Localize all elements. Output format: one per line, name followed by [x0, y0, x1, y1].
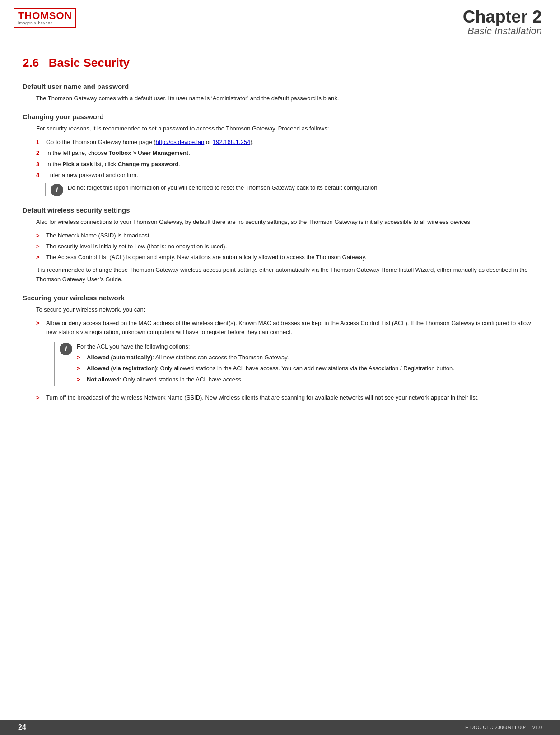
step-1-num: 1 — [36, 138, 46, 147]
acl-bold-3: Not allowed — [87, 376, 120, 383]
step-1-content: Go to the Thomson Gateway home page (htt… — [46, 138, 537, 147]
step-2-num: 2 — [36, 149, 46, 158]
default-wireless-intro: Also for wireless connections to your Th… — [36, 218, 537, 227]
acl-bullet-marker-1: > — [77, 353, 87, 362]
step-3-content: In the Pick a task list, click Change my… — [46, 160, 537, 169]
step-1: 1 Go to the Thomson Gateway home page (h… — [36, 138, 537, 147]
link-dsldevice[interactable]: http://dsldevice.lan — [156, 139, 205, 145]
section-heading: Basic Security — [49, 56, 130, 70]
changing-password-intro: For security reasons, it is recommended … — [36, 124, 537, 133]
chapter-area: Chapter 2 Basic Installation — [463, 8, 542, 37]
securing-bullet-1-text: Allow or deny access based on the MAC ad… — [46, 319, 537, 337]
default-user-body: The Thomson Gateway comes with a default… — [36, 94, 537, 103]
default-user-section: Default user name and password The Thoms… — [23, 83, 537, 103]
section-number: 2.6 — [23, 56, 39, 70]
step-3-num: 3 — [36, 160, 46, 169]
wireless-bullets: > The Network Name (SSID) is broadcast. … — [36, 231, 537, 262]
acl-info-intro: For the ACL you have the following optio… — [77, 343, 190, 350]
step-3: 3 In the Pick a task list, click Change … — [36, 160, 537, 169]
securing-bullet-2-text: Turn off the broadcast of the wireless N… — [46, 393, 537, 402]
acl-bullet-3-text: Not allowed: Only allowed stations in th… — [87, 375, 243, 384]
securing-bullet-1: > Allow or deny access based on the MAC … — [36, 319, 537, 391]
default-wireless-closing: It is recommended to change these Thomso… — [36, 265, 537, 284]
bullet-marker-1: > — [36, 231, 46, 240]
securing-bullet-2: > Turn off the broadcast of the wireless… — [36, 393, 537, 402]
securing-bullet-marker-1: > — [36, 319, 46, 328]
step-2-bold: Toolbox > User Management — [109, 149, 188, 156]
acl-bullet-2-text: Allowed (via registration): Only allowed… — [87, 364, 454, 373]
bullet-marker-3: > — [36, 253, 46, 262]
acl-bold-1: Allowed (automatically) — [87, 354, 152, 361]
securing-bullet-marker-2: > — [36, 393, 46, 402]
default-wireless-section: Default wireless security settings Also … — [23, 206, 537, 284]
footer-doc-ref: E-DOC-CTC-20060911-0041- v1.0 — [465, 725, 542, 730]
wireless-bullet-1: > The Network Name (SSID) is broadcast. — [36, 231, 537, 240]
step-4-content: Enter a new password and confirm. — [46, 171, 537, 180]
securing-wireless-heading: Securing your wireless network — [23, 294, 537, 302]
acl-bullet-1-text: Allowed (automatically): All new station… — [87, 353, 289, 362]
acl-bullet-marker-2: > — [77, 364, 87, 373]
acl-bold-2: Allowed (via registration) — [87, 365, 157, 372]
securing-wireless-intro: To secure your wireless network, you can… — [36, 305, 537, 314]
acl-bullet-3: > Not allowed: Only allowed stations in … — [77, 375, 454, 384]
link-ip[interactable]: 192.168.1.254 — [213, 139, 250, 145]
wireless-bullet-1-text: The Network Name (SSID) is broadcast. — [46, 231, 537, 240]
step-3-bold2: Change my password — [118, 161, 178, 167]
logo-name: THOMSON — [18, 11, 72, 21]
securing-wireless-section: Securing your wireless network To secure… — [23, 294, 537, 402]
changing-password-section: Changing your password For security reas… — [23, 113, 537, 196]
footer-page-number: 24 — [18, 723, 26, 731]
info-icon: i — [51, 184, 63, 196]
wireless-bullet-2: > The security level is initially set to… — [36, 242, 537, 251]
page-footer: 24 E-DOC-CTC-20060911-0041- v1.0 — [0, 720, 560, 735]
logo-area: THOMSON images & beyond — [14, 8, 76, 28]
bullet-marker-2: > — [36, 242, 46, 251]
steps-list: 1 Go to the Thomson Gateway home page (h… — [36, 138, 537, 180]
step-4: 4 Enter a new password and confirm. — [36, 171, 537, 180]
wireless-bullet-3: > The Access Control List (ACL) is open … — [36, 253, 537, 262]
step-3-bold1: Pick a task — [62, 161, 93, 167]
section-title: 2.6 Basic Security — [23, 56, 537, 70]
default-wireless-heading: Default wireless security settings — [23, 206, 537, 214]
acl-nested-bullets: > Allowed (automatically): All new stati… — [77, 353, 454, 384]
acl-info-icon: i — [60, 343, 72, 355]
main-content: 2.6 Basic Security Default user name and… — [0, 42, 560, 437]
password-info-box: i Do not forget this logon information o… — [45, 183, 537, 196]
chapter-subtitle: Basic Installation — [463, 25, 542, 37]
acl-info-content: For the ACL you have the following optio… — [77, 342, 454, 386]
chapter-label: Chapter 2 — [463, 7, 542, 26]
logo-tagline: images & beyond — [18, 21, 72, 25]
page-header: THOMSON images & beyond Chapter 2 Basic … — [0, 0, 560, 42]
wireless-bullet-3-text: The Access Control List (ACL) is open an… — [46, 253, 537, 262]
step-4-num: 4 — [36, 171, 46, 180]
step-2-content: In the left pane, choose Toolbox > User … — [46, 149, 537, 158]
acl-bullet-2: > Allowed (via registration): Only allow… — [77, 364, 454, 373]
step-2: 2 In the left pane, choose Toolbox > Use… — [36, 149, 537, 158]
acl-info-box: i For the ACL you have the following opt… — [54, 342, 454, 386]
acl-bullet-1: > Allowed (automatically): All new stati… — [77, 353, 454, 362]
acl-bullet-marker-3: > — [77, 375, 87, 384]
default-user-heading: Default user name and password — [23, 83, 537, 90]
logo-box: THOMSON images & beyond — [14, 8, 76, 28]
securing-bullets: > Allow or deny access based on the MAC … — [36, 319, 537, 402]
wireless-bullet-2-text: The security level is initially set to L… — [46, 242, 537, 251]
changing-password-heading: Changing your password — [23, 113, 537, 121]
password-info-text: Do not forget this logon information or … — [68, 183, 379, 192]
